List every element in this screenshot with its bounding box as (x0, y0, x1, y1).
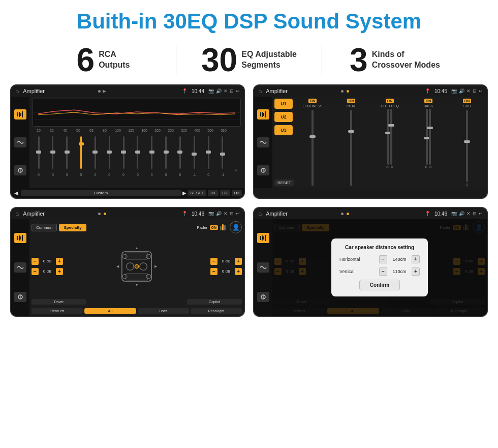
db-plus-0[interactable]: + (56, 258, 63, 265)
eq-slider-13[interactable] (217, 132, 228, 173)
horizontal-minus-btn[interactable]: − (379, 255, 387, 263)
eq-slider-2[interactable] (62, 132, 72, 173)
back-icon-cv[interactable]: ↩ (236, 211, 240, 216)
db-plus-3[interactable]: + (235, 268, 242, 275)
eq-side-icon-1[interactable] (14, 109, 26, 120)
cv-driver-btn[interactable]: Driver (32, 299, 86, 305)
eq-slider-3[interactable] (76, 132, 86, 173)
eq-custom-button[interactable]: Custom (21, 190, 181, 196)
eq-slider-6[interactable] (118, 132, 129, 173)
amp-controls: ON LOUDNESS ON PHAT (295, 99, 485, 186)
preset-u2[interactable]: U2 (274, 112, 293, 122)
eq-slider-8[interactable] (147, 132, 157, 173)
db-row-3: − 0 dB + (210, 268, 242, 275)
db-minus-3[interactable]: − (210, 268, 217, 275)
db-plus-2[interactable]: + (235, 258, 242, 265)
db-plus-1[interactable]: + (56, 268, 63, 275)
cv-all-btn[interactable]: All (84, 308, 136, 314)
eq-play-button[interactable]: ▶ (182, 190, 186, 196)
home-icon-cv[interactable]: ⌂ (15, 210, 19, 217)
db-minus-2[interactable]: − (210, 258, 217, 265)
back-icon[interactable]: ↩ (236, 88, 240, 94)
sub-slider[interactable] (466, 110, 468, 182)
home-icon[interactable]: ⌂ (15, 87, 19, 95)
eq-slider-0[interactable] (34, 132, 44, 173)
tab-common[interactable]: Common (32, 224, 57, 231)
pin-icon: 📍 (182, 88, 188, 94)
home-icon-dlg[interactable]: ⌂ (258, 210, 262, 217)
person-icon[interactable]: 👤 (230, 221, 242, 233)
cv-side-icon-3[interactable] (14, 292, 26, 302)
eq-slider-1[interactable] (48, 132, 58, 173)
play-icon[interactable]: ▶ (103, 88, 106, 94)
cv-rearright-btn[interactable]: RearRight (191, 308, 242, 314)
eq-u2-button[interactable]: U2 (220, 190, 230, 196)
db-minus-0[interactable]: − (32, 258, 39, 265)
eq-slider-5[interactable] (104, 132, 114, 173)
dlg-side-icon-1[interactable] (257, 233, 269, 243)
minimize-icon[interactable]: ⊟ (230, 88, 234, 94)
cv-car-area: − 0 dB + − 0 dB + (32, 235, 242, 297)
eq-u1-button[interactable]: U1 (208, 190, 218, 196)
back-icon-dlg[interactable]: ↩ (479, 211, 483, 216)
preset-u3[interactable]: U3 (274, 125, 293, 135)
speaker-icon-cv[interactable]: 🔊 (216, 211, 222, 216)
horizontal-plus-btn[interactable]: + (412, 255, 420, 263)
amp-reset-btn[interactable]: RESET (274, 180, 294, 186)
cv-side-icon-1[interactable] (14, 233, 26, 243)
freq-label-7: 125 (126, 129, 136, 132)
back-icon-amp[interactable]: ↩ (479, 88, 483, 94)
amp-side-icon-3[interactable] (257, 165, 269, 175)
loudness-slider[interactable] (312, 110, 314, 186)
fader-bars (220, 224, 226, 230)
eq-prev-button[interactable]: ◀ (13, 190, 19, 196)
eq-slider-11[interactable] (189, 132, 199, 173)
minimize-icon-dlg[interactable]: ⊟ (473, 211, 477, 216)
minimize-icon-cv[interactable]: ⊟ (230, 211, 234, 216)
cv-side-icon-2[interactable] (14, 262, 26, 273)
loudness-on-badge: ON (308, 99, 317, 103)
cutfreq-slider-1[interactable] (387, 109, 389, 165)
amp-side-icon-1[interactable] (257, 109, 269, 120)
dot-cv-1 (98, 213, 101, 215)
speaker-icon-amp[interactable]: 🔊 (459, 88, 464, 94)
dlg-side-icon-2[interactable] (257, 262, 269, 273)
freq-label-8: 160 (139, 129, 149, 132)
close-icon-cv[interactable]: ✕ (224, 211, 228, 216)
db-minus-1[interactable]: − (32, 268, 39, 275)
cv-rearleft-btn[interactable]: RearLeft (32, 308, 83, 314)
speaker-icon[interactable]: 🔊 (216, 88, 222, 94)
minimize-icon-amp[interactable]: ⊟ (473, 88, 477, 94)
eq-screen: ⌂ Amplifier ▶ 📍 10:44 📷 🔊 ✕ ⊟ ↩ (10, 84, 245, 199)
vertical-plus-btn[interactable]: + (412, 267, 420, 276)
cv-copilot-btn[interactable]: Copilot (187, 299, 242, 305)
close-icon-dlg[interactable]: ✕ (466, 211, 471, 216)
preset-u1[interactable]: U1 (274, 99, 293, 109)
bass-slider-2[interactable] (429, 109, 431, 165)
eq-side-icon-2[interactable] (14, 137, 26, 147)
home-icon-amp[interactable]: ⌂ (258, 87, 262, 95)
eq-main-content: 25 32 40 50 63 80 100 125 160 200 250 32… (29, 97, 244, 188)
phat-slider[interactable] (350, 110, 352, 186)
bass-slider-1[interactable] (426, 109, 428, 165)
confirm-button[interactable]: Confirm (359, 280, 400, 290)
speaker-icon-dlg[interactable]: 🔊 (459, 211, 464, 216)
eq-slider-7[interactable] (133, 132, 143, 173)
cv-user-btn[interactable]: User (138, 308, 189, 314)
eq-val-9: 0 (161, 173, 171, 176)
eq-slider-10[interactable] (175, 132, 185, 173)
vertical-minus-btn[interactable]: − (379, 267, 387, 276)
eq-side-icon-3[interactable] (14, 165, 26, 175)
eq-reset-button[interactable]: RESET (188, 190, 207, 196)
eq-u3-button[interactable]: U3 (232, 190, 242, 196)
tab-specialty[interactable]: Specialty (59, 224, 86, 231)
close-icon[interactable]: ✕ (224, 88, 228, 94)
dlg-side-icon-3[interactable] (257, 292, 269, 302)
eq-slider-9[interactable] (161, 132, 171, 173)
amp-side-icon-2[interactable] (257, 137, 269, 147)
close-icon-amp[interactable]: ✕ (466, 88, 471, 94)
loudness-label: LOUDNESS (303, 104, 323, 108)
eq-slider-4[interactable] (90, 132, 100, 173)
cutfreq-slider-2[interactable] (390, 109, 392, 165)
eq-slider-12[interactable] (203, 132, 213, 173)
